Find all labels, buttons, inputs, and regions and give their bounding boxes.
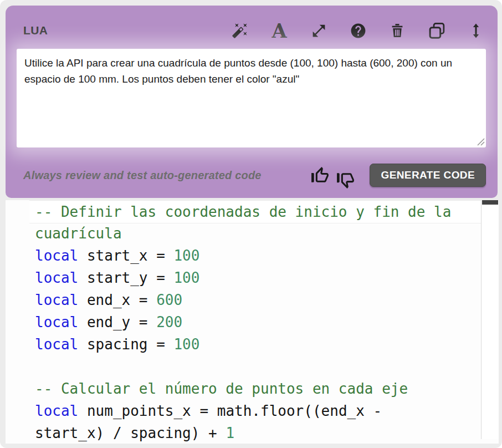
code-line: -- Definir las coordenadas de inicio y f… [29, 200, 481, 223]
magic-wand-icon[interactable] [230, 19, 249, 42]
code-line: local start_y = 100 [35, 267, 481, 289]
scrollbar[interactable] [481, 200, 499, 439]
copy-icon[interactable] [427, 19, 446, 42]
prompt-input[interactable]: Utilice la API para crear una cuadrícula… [17, 49, 486, 147]
code-line [35, 355, 481, 378]
vertical-resize-icon[interactable] [467, 19, 485, 42]
expand-icon[interactable] [309, 19, 328, 42]
lua-prompt-panel: LUA A [6, 6, 498, 198]
help-icon[interactable] [349, 19, 367, 42]
trash-icon[interactable] [388, 19, 407, 42]
disclaimer-text: Always review and test auto-generated co… [23, 169, 310, 182]
app-window: LUA A [0, 0, 502, 448]
panel-header: LUA A [23, 17, 485, 44]
code-editor[interactable]: -- Definir las coordenadas de inicio y f… [6, 200, 499, 444]
toolbar: A [230, 19, 485, 42]
code-line: local start_x = 100 [35, 245, 481, 267]
code-line: local end_x = 600 [35, 289, 481, 311]
code-line: local spacing = 100 [35, 333, 481, 355]
feedback-buttons [310, 164, 356, 187]
panel-footer: Always review and test auto-generated co… [23, 162, 486, 189]
code-lines: -- Definir las coordenadas de inicio y f… [35, 200, 481, 444]
thumbs-up-icon[interactable] [310, 164, 330, 187]
generate-code-button[interactable]: GENERATE CODE [370, 164, 486, 187]
code-line: local end_y = 200 [35, 311, 481, 333]
code-line: cuadrícula [35, 222, 481, 245]
code-line: local num_points_x = math.floor((end_x - [35, 400, 481, 422]
scrollbar-thumb[interactable] [482, 200, 498, 205]
code-line: start_x) / spacing) + 1 [35, 422, 481, 444]
panel-title: LUA [23, 24, 48, 37]
code-line: -- Calcular el número de puntos en cada … [35, 378, 481, 400]
font-icon[interactable]: A [270, 19, 289, 42]
thumbs-down-icon[interactable] [335, 164, 356, 187]
